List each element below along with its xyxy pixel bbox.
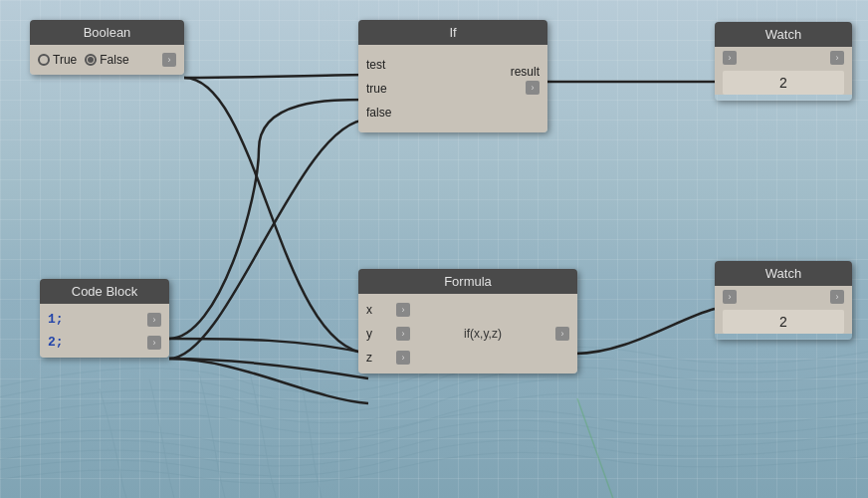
formula-inputs: x › y › z › bbox=[358, 294, 418, 374]
formula-title: Formula bbox=[358, 269, 577, 294]
boolean-node-title: Boolean bbox=[30, 20, 184, 45]
if-result-group: result › bbox=[511, 65, 540, 95]
boolean-node: Boolean True False › bbox=[30, 20, 184, 75]
false-radio[interactable] bbox=[85, 54, 97, 66]
formula-output-area: › bbox=[547, 294, 577, 374]
if-node: If test true false result › bbox=[358, 20, 547, 132]
svg-line-0 bbox=[577, 398, 677, 498]
if-false-row: false bbox=[358, 101, 449, 124]
codeblock-line-1: 1; bbox=[48, 312, 64, 327]
formula-node: Formula x › y › z › if(x,y,z) › bbox=[358, 269, 577, 374]
codeblock-line-2-port[interactable]: › bbox=[147, 336, 161, 350]
false-option[interactable]: False bbox=[85, 53, 128, 67]
watch-node-2-value: 2 bbox=[723, 310, 844, 334]
codeblock-node: Code Block 1; › 2; › bbox=[40, 279, 169, 358]
if-true-label: true bbox=[366, 82, 387, 96]
formula-expression-area: if(x,y,z) bbox=[418, 294, 547, 374]
codeblock-line-1-row: 1; › bbox=[40, 308, 169, 331]
watch-node-1-body: › › 2 bbox=[715, 47, 852, 95]
watch-node-1: Watch › › 2 bbox=[715, 22, 852, 101]
codeblock-line-1-port[interactable]: › bbox=[147, 313, 161, 327]
formula-z-row: z › bbox=[358, 346, 418, 370]
if-node-body: test true false result › bbox=[358, 45, 547, 132]
watch-node-2-output-port[interactable]: › bbox=[830, 290, 844, 304]
formula-output-port[interactable]: › bbox=[555, 327, 569, 341]
false-label: False bbox=[100, 53, 128, 67]
formula-x-label: x bbox=[366, 303, 372, 317]
if-test-row: test bbox=[358, 53, 449, 77]
formula-body: x › y › z › if(x,y,z) › bbox=[358, 294, 577, 374]
codeblock-body: 1; › 2; › bbox=[40, 304, 169, 358]
if-inputs: test true false bbox=[358, 49, 449, 128]
formula-expression: if(x,y,z) bbox=[464, 327, 502, 341]
true-label: True bbox=[53, 53, 77, 67]
watch-node-1-title: Watch bbox=[715, 22, 852, 47]
if-result-label: result bbox=[511, 65, 540, 79]
formula-x-port[interactable]: › bbox=[396, 303, 410, 317]
watch-node-2-title: Watch bbox=[715, 261, 852, 286]
if-test-label: test bbox=[366, 58, 385, 72]
codeblock-title: Code Block bbox=[40, 279, 169, 304]
true-radio[interactable] bbox=[38, 54, 50, 66]
if-outputs: result › bbox=[449, 49, 547, 128]
watch-node-1-input-port[interactable]: › bbox=[723, 51, 737, 65]
watch-node-1-output-port[interactable]: › bbox=[830, 51, 844, 65]
boolean-output-port[interactable]: › bbox=[162, 53, 176, 67]
codeblock-line-2-row: 2; › bbox=[40, 331, 169, 354]
formula-y-port[interactable]: › bbox=[396, 327, 410, 341]
formula-z-label: z bbox=[366, 351, 372, 365]
if-true-row: true bbox=[358, 77, 449, 101]
boolean-node-body: True False › bbox=[30, 45, 184, 75]
if-node-title: If bbox=[358, 20, 547, 45]
watch-node-2-ports: › › bbox=[715, 286, 852, 308]
formula-z-port[interactable]: › bbox=[396, 351, 410, 365]
watch-node-1-value: 2 bbox=[723, 71, 844, 95]
watch-node-2-body: › › 2 bbox=[715, 286, 852, 334]
if-false-label: false bbox=[366, 106, 391, 120]
formula-y-row: y › bbox=[358, 322, 418, 346]
watch-node-2-input-port[interactable]: › bbox=[723, 290, 737, 304]
watch-node-2: Watch › › 2 bbox=[715, 261, 852, 340]
formula-y-label: y bbox=[366, 327, 372, 341]
if-result-port[interactable]: › bbox=[526, 81, 540, 95]
codeblock-line-2: 2; bbox=[48, 335, 64, 350]
watch-node-1-ports: › › bbox=[715, 47, 852, 69]
formula-x-row: x › bbox=[358, 298, 418, 322]
boolean-options-row: True False › bbox=[30, 49, 184, 71]
true-option[interactable]: True bbox=[38, 53, 77, 67]
